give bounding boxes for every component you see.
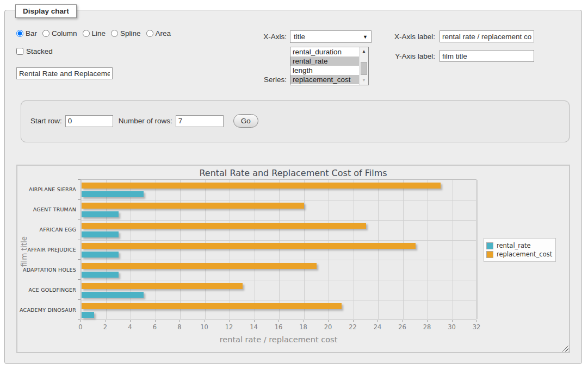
bar-rental_rate <box>82 252 119 258</box>
gridline-horizontal <box>81 220 476 221</box>
legend-entry-replacement_cost: replacement_cost <box>486 250 552 258</box>
radio-bar[interactable] <box>16 30 23 37</box>
series-option-rental_rate[interactable]: rental_rate <box>290 57 359 66</box>
x-axis-label: X-Axis: <box>244 33 287 41</box>
x-tick-mark <box>229 320 230 322</box>
stacked-label: Stacked <box>26 47 53 55</box>
gridline-vertical <box>180 180 181 319</box>
y-category-label: ACE GOLDFINGER <box>16 287 76 293</box>
x-tick-label: 18 <box>295 323 312 331</box>
y-axis-label-field-label: Y-Axis label: <box>385 52 435 60</box>
gridline-horizontal <box>81 300 476 300</box>
chart-type-option-bar: Bar <box>16 29 37 37</box>
gridline-vertical <box>304 180 305 319</box>
x-tick-label: 22 <box>345 323 361 331</box>
bar-replacement_cost <box>82 203 304 209</box>
legend-label: rental_rate <box>497 242 531 249</box>
bar-rental_rate <box>82 211 119 217</box>
radio-label: Column <box>52 29 77 37</box>
gridline-horizontal <box>81 260 476 260</box>
x-tick-mark <box>81 320 81 322</box>
y-category-label: ADAPTATION HOLES <box>16 267 76 273</box>
radio-spline[interactable] <box>111 30 118 37</box>
y-axis-label-input[interactable] <box>440 50 534 62</box>
x-tick-label: 20 <box>320 323 336 331</box>
gridline-vertical <box>205 180 206 319</box>
chart-type-option-column: Column <box>42 29 77 37</box>
gridline-horizontal <box>81 240 476 241</box>
scrollbar-thumb[interactable] <box>361 62 367 75</box>
scroll-up-icon[interactable]: ▲ <box>360 47 368 56</box>
x-tick-label: 28 <box>419 323 435 331</box>
row-controls-panel: Start row: Number of rows: Go <box>21 101 570 142</box>
y-tick-mark <box>78 259 81 260</box>
chart-title-input[interactable] <box>16 67 113 79</box>
x-tick-label: 26 <box>394 323 411 331</box>
chart-legend: rental_ratereplacement_cost <box>484 238 556 262</box>
x-tick-label: 16 <box>270 323 287 331</box>
series-listbox: rental_durationrental_ratelengthreplacem… <box>290 47 369 85</box>
series-option-length[interactable]: length <box>290 66 359 75</box>
resize-handle[interactable] <box>562 345 568 352</box>
radio-area[interactable] <box>146 30 153 37</box>
gridline-vertical <box>106 180 107 319</box>
scroll-down-icon[interactable]: ▼ <box>360 76 368 85</box>
x-tick-mark <box>155 320 156 322</box>
num-rows-input[interactable] <box>176 115 224 127</box>
radio-label: Area <box>156 29 171 37</box>
stacked-checkbox[interactable] <box>16 48 23 55</box>
y-tick-mark <box>78 319 81 320</box>
x-axis-label-input[interactable] <box>440 30 534 42</box>
x-tick-mark <box>427 320 428 322</box>
x-tick-mark <box>180 320 180 322</box>
x-axis-title: rental rate / replacement cost <box>170 335 387 344</box>
x-tick-label: 32 <box>468 323 485 331</box>
x-axis-select[interactable]: title ▼ <box>290 30 372 43</box>
gridline-horizontal <box>81 200 476 200</box>
x-tick-label: 2 <box>97 323 114 331</box>
x-tick-label: 10 <box>196 323 213 331</box>
chart-container: Rental Rate and Replacement Cost of Film… <box>16 165 570 353</box>
bar-replacement_cost <box>82 263 317 269</box>
start-row-label: Start row: <box>30 117 62 125</box>
x-tick-mark <box>377 320 378 322</box>
gridline-vertical <box>378 180 379 319</box>
gridline-vertical <box>81 180 82 319</box>
radio-column[interactable] <box>42 30 49 37</box>
series-listbox-scrollbar[interactable]: ▲ ▼ <box>359 47 368 85</box>
x-tick-mark <box>106 320 106 322</box>
bar-rental_rate <box>82 292 144 298</box>
x-tick-label: 30 <box>444 323 460 331</box>
x-tick-mark <box>254 320 255 322</box>
row-controls: Start row: Number of rows: Go <box>30 114 258 128</box>
x-tick-mark <box>130 320 131 322</box>
chart-type-option-line: Line <box>83 29 106 37</box>
x-tick-mark <box>304 320 304 322</box>
gridline-vertical <box>131 180 131 319</box>
y-category-label: AGENT TRUMAN <box>16 206 76 212</box>
bar-rental_rate <box>82 191 144 197</box>
x-tick-mark <box>353 320 354 322</box>
gridline-vertical <box>230 180 230 319</box>
gridline-vertical <box>403 180 404 319</box>
legend-swatch <box>486 251 493 258</box>
gridline-vertical <box>255 180 255 319</box>
bar-replacement_cost <box>82 223 366 229</box>
radio-line[interactable] <box>83 30 90 37</box>
series-option-rental_duration[interactable]: rental_duration <box>290 47 359 57</box>
legend-swatch <box>486 242 493 249</box>
go-button[interactable]: Go <box>233 114 258 128</box>
y-axis-title: film title <box>20 232 28 267</box>
x-tick-mark <box>403 320 403 322</box>
bar-rental_rate <box>82 312 94 318</box>
num-rows-label: Number of rows: <box>119 117 172 125</box>
start-row-input[interactable] <box>65 115 113 127</box>
y-tick-mark <box>78 299 81 300</box>
x-tick-label: 6 <box>147 323 163 331</box>
series-option-replacement_cost[interactable]: replacement_cost <box>290 75 359 84</box>
x-tick-mark <box>328 320 329 322</box>
series-label: Series: <box>244 76 287 84</box>
gridline-vertical <box>477 180 478 319</box>
radio-label: Bar <box>26 29 37 37</box>
bar-rental_rate <box>82 231 119 237</box>
